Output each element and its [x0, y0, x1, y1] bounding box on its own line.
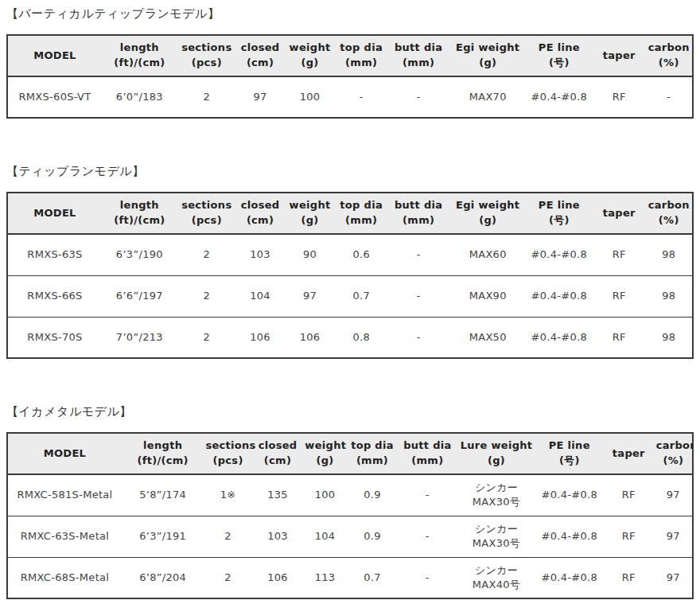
section-ikametal-model: 【イカメタルモデル】 MODEL length(ft)/(cm) section…	[6, 404, 694, 599]
cell-model: RMXS-66S	[7, 275, 102, 317]
col-length-unit: (ft)/(cm)	[103, 56, 176, 71]
col-top-dia-label: top dia	[337, 198, 386, 213]
cell-egi-weight: MAX50	[450, 317, 526, 358]
table-row: RMXS-70S 7’0”/213 2 106 106 0.8 - MAX50 …	[7, 317, 693, 358]
cell-taper: RF	[593, 275, 645, 317]
col-pe-line-unit: (号)	[538, 454, 601, 469]
cell-egi-weight: MAX70	[450, 76, 526, 118]
col-closed-unit: (cm)	[254, 454, 302, 469]
cell-weight: 106	[284, 317, 336, 358]
col-sections: sections(pcs)	[177, 193, 236, 234]
col-closed-unit: (cm)	[238, 56, 282, 71]
col-sections-unit: (pcs)	[179, 213, 235, 228]
cell-length: 7’0”/213	[102, 317, 177, 358]
col-pe-line-unit: (号)	[527, 56, 591, 71]
col-egi-weight-unit: (g)	[452, 56, 524, 71]
col-weight: weight(g)	[303, 433, 346, 474]
cell-pe-line: #0.4-#0.8	[526, 76, 593, 118]
cell-pe-line: #0.4-#0.8	[526, 234, 593, 275]
cell-taper: RF	[603, 557, 655, 598]
table-row: RMXC-581S-Metal 5’8”/174 1※ 135 100 0.9 …	[7, 474, 693, 516]
col-top-dia-label: top dia	[348, 438, 397, 454]
cell-closed: 106	[236, 317, 284, 358]
col-taper-label: taper	[605, 446, 653, 462]
cell-butt-dia: -	[398, 474, 457, 516]
col-model-label: MODEL	[10, 49, 100, 64]
cell-closed: 103	[236, 234, 284, 275]
cell-pe-line: #0.4-#0.8	[526, 275, 593, 317]
col-egi-weight: Egi weight(g)	[450, 35, 526, 76]
col-butt-dia-unit: (mm)	[399, 454, 455, 469]
section-tiprun-model: 【ティップランモデル】 MODEL length(ft)/(cm) sectio…	[6, 164, 694, 359]
col-length-unit: (ft)/(cm)	[103, 213, 176, 228]
col-egi-weight-unit: (g)	[452, 213, 524, 228]
col-pe-line-label: PE line	[538, 438, 601, 454]
col-top-dia: top dia(mm)	[336, 193, 387, 234]
col-taper: taper	[593, 193, 645, 234]
cell-egi-weight: MAX60	[450, 234, 526, 275]
cell-taper: RF	[593, 76, 645, 118]
cell-sections: 2	[177, 317, 236, 358]
cell-pe-line: #0.4-#0.8	[526, 317, 593, 358]
cell-closed: 103	[252, 516, 304, 557]
col-egi-weight-label: Egi weight	[452, 198, 524, 213]
cell-lure-weight: シンカー MAX30号	[457, 516, 535, 557]
col-top-dia-unit: (mm)	[348, 454, 397, 469]
col-length-unit: (ft)/(cm)	[123, 454, 202, 469]
col-length: length(ft)/(cm)	[102, 35, 177, 76]
cell-pe-line: #0.4-#0.8	[536, 557, 603, 598]
spec-table-tiprun: MODEL length(ft)/(cm) sections(pcs) clos…	[6, 192, 694, 359]
cell-top-dia: 0.6	[336, 234, 387, 275]
cell-butt-dia: -	[387, 234, 450, 275]
col-closed-label: closed	[238, 198, 282, 213]
cell-butt-dia: -	[387, 76, 450, 118]
cell-carbon: -	[645, 76, 693, 118]
cell-closed: 106	[252, 557, 304, 598]
header-row: MODEL length(ft)/(cm) sections(pcs) clos…	[7, 433, 693, 474]
cell-length: 6’0”/183	[102, 76, 177, 118]
cell-length: 6’3”/190	[102, 234, 177, 275]
header-row: MODEL length(ft)/(cm) sections(pcs) clos…	[7, 35, 693, 76]
col-taper: taper	[603, 433, 655, 474]
cell-butt-dia: -	[398, 516, 457, 557]
cell-weight: 100	[284, 76, 336, 118]
col-pe-line: PE line(号)	[526, 35, 593, 76]
cell-butt-dia: -	[398, 557, 457, 598]
table-row: RMXS-60S-VT 6’0”/183 2 97 100 - - MAX70 …	[7, 76, 693, 118]
cell-model: RMXC-68S-Metal	[7, 557, 122, 598]
col-closed: closed(cm)	[236, 35, 284, 76]
col-carbon: carbon(%)	[655, 433, 693, 474]
cell-sections: 2	[177, 234, 236, 275]
section-title: 【バーティカルティップランモデル】	[6, 6, 694, 21]
col-carbon-label: carbon	[647, 41, 690, 56]
cell-carbon: 98	[645, 317, 693, 358]
cell-pe-line: #0.4-#0.8	[536, 474, 603, 516]
cell-sections: 2	[177, 275, 236, 317]
cell-length: 6’6”/197	[102, 275, 177, 317]
cell-model: RMXS-63S	[7, 234, 102, 275]
cell-model: RMXC-63S-Metal	[7, 516, 122, 557]
header-row: MODEL length(ft)/(cm) sections(pcs) clos…	[7, 193, 693, 234]
cell-carbon: 98	[645, 275, 693, 317]
cell-top-dia: 0.8	[336, 317, 387, 358]
col-butt-dia-label: butt dia	[399, 438, 455, 454]
col-taper: taper	[593, 35, 645, 76]
cell-butt-dia: -	[387, 317, 450, 358]
col-lure-weight-label: Lure weight	[458, 438, 534, 454]
cell-weight: 90	[284, 234, 336, 275]
col-model-label: MODEL	[10, 446, 120, 462]
col-model: MODEL	[7, 35, 102, 76]
col-model: MODEL	[7, 433, 122, 474]
section-vertical-tiprun-model: 【バーティカルティップランモデル】 MODEL length(ft)/(cm) …	[6, 6, 694, 119]
cell-carbon: 97	[655, 516, 693, 557]
col-closed: closed(cm)	[252, 433, 304, 474]
col-sections-label: sections	[205, 438, 250, 454]
cell-length: 6’3”/191	[122, 516, 204, 557]
col-weight-unit: (g)	[286, 213, 334, 228]
col-lure-weight-unit: (g)	[458, 454, 534, 469]
col-pe-line-label: PE line	[527, 198, 591, 213]
cell-top-dia: 0.9	[347, 474, 399, 516]
cell-sections: 2	[204, 557, 251, 598]
table-row: RMXC-68S-Metal 6’8”/204 2 106 113 0.7 - …	[7, 557, 693, 598]
cell-closed: 104	[236, 275, 284, 317]
